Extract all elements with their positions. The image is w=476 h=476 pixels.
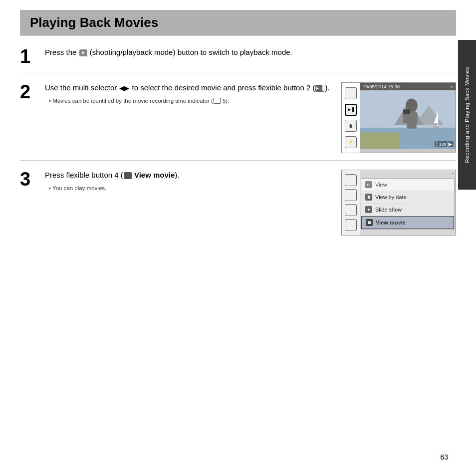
sidebar: Recording and Playing Back Movies [458, 40, 476, 190]
menu-label-view-movie: View movie [376, 220, 406, 226]
timer-display: [ 10s ]▶ [435, 141, 454, 147]
step-3-text: Press flexible button 4 ( View movie). [45, 170, 334, 181]
menu-icon-movie: ▦ [366, 219, 373, 226]
camera-menu-container: ▪ ↩ View 📋 View by date [342, 170, 456, 235]
content-area: 1 Press the (shooting/playback mode) but… [20, 35, 456, 242]
menu-screen-header: ▪ [360, 170, 456, 178]
camera-menu-screen: ▪ ↩ View 📋 View by date [360, 170, 456, 235]
step-3-camera: ▪ ↩ View 📋 View by date [341, 170, 456, 236]
step-3-content: Press flexible button 4 ( View movie). Y… [45, 170, 334, 193]
menu-icon-calendar: 📋 [365, 194, 372, 201]
step-2-number: 2 [20, 82, 38, 101]
step-2: 2 Use the multi selector ◀▶ to select th… [20, 73, 456, 161]
step-3-number: 3 [20, 170, 38, 189]
step-1-text: Press the (shooting/playback mode) butto… [45, 47, 456, 58]
battery-icon: ▪ [451, 84, 453, 89]
cam-btn-1 [345, 87, 357, 99]
menu-list: ↩ View 📋 View by date ▶ Slide [361, 178, 455, 230]
flexible-btn2-icon [315, 85, 324, 92]
step-2-text: Use the multi selector ◀▶ to select the … [45, 82, 334, 94]
camera-side-buttons-3 [342, 170, 360, 235]
step-3-sub: You can play movies. [45, 184, 334, 193]
camera-datetime: 15/05/2014 15:30 ▪ [360, 83, 456, 90]
camera-screen-2: 15/05/2014 15:30 ▪ [360, 83, 456, 153]
book-ref-icon [214, 98, 221, 104]
svg-rect-12 [403, 109, 410, 114]
view-movie-bold: View movie [134, 171, 175, 179]
datetime-text: 15/05/2014 15:30 [363, 84, 400, 89]
camera-screen-body: [ 10s ]▶ [360, 90, 456, 149]
menu-icon-view: ↩ [365, 181, 372, 188]
sidebar-label: Recording and Playing Back Movies [464, 67, 470, 163]
camera-display-3: ▪ ↩ View 📋 View by date [341, 170, 456, 236]
menu-item-view-movie: ▦ View movie [361, 216, 454, 229]
step-2-content: Use the multi selector ◀▶ to select the … [45, 82, 334, 105]
grid-icon [124, 172, 132, 179]
menu-item-view: ↩ View [361, 179, 454, 191]
landscape-illustration [360, 90, 456, 149]
step-1-number: 1 [20, 47, 38, 66]
cam-btn-3-2 [345, 189, 357, 201]
cam-btn-3: 🗑 [345, 120, 357, 132]
menu-label-view-by-date: View by date [375, 194, 407, 200]
step-3: 3 Press flexible button 4 ( View movie).… [20, 161, 456, 242]
cam-btn-4: ⚡ [345, 136, 357, 148]
menu-label-view: View [375, 182, 387, 188]
step-1: 1 Press the (shooting/playback mode) but… [20, 38, 456, 73]
playback-mode-icon [79, 49, 87, 56]
menu-label-slideshow: Slide show [375, 207, 402, 213]
svg-point-7 [433, 126, 439, 128]
step-2-camera: ▶▐ 🗑 ⚡ 15/05/2014 15:30 ▪ [341, 82, 456, 153]
step-1-content: Press the (shooting/playback mode) butto… [45, 47, 456, 58]
camera-display-2: ▶▐ 🗑 ⚡ 15/05/2014 15:30 ▪ [341, 82, 456, 153]
cam-btn-3-3 [345, 204, 357, 216]
cam-btn-3-1 [345, 174, 357, 186]
menu-header-icon: ▪ [452, 171, 454, 177]
cam-btn-2-active: ▶▐ [345, 104, 357, 116]
menu-item-slideshow: ▶ Slide show [361, 204, 454, 216]
page-title: Playing Back Movies [30, 15, 446, 30]
page-header: Playing Back Movies [20, 10, 456, 35]
camera-side-buttons-2: ▶▐ 🗑 ⚡ [342, 83, 360, 153]
menu-item-view-by-date: 📋 View by date [361, 191, 454, 204]
page-number: 63 [440, 453, 448, 461]
cam-btn-3-4 [345, 219, 357, 231]
multi-selector-icon: ◀▶ [119, 83, 129, 93]
svg-rect-4 [360, 133, 399, 149]
step-2-sub: Movies can be identified by the movie re… [45, 97, 334, 105]
menu-icon-slideshow: ▶ [365, 206, 372, 213]
svg-rect-11 [413, 112, 418, 123]
